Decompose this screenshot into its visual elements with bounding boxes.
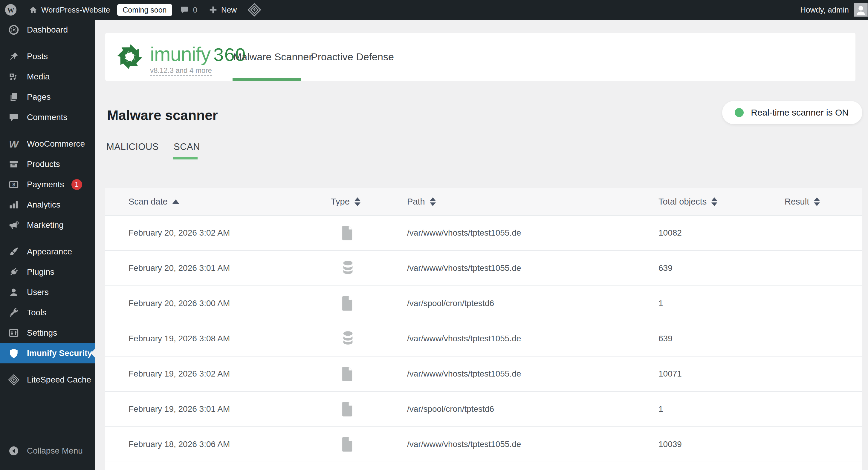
sidebar-item-label: Analytics [27,200,60,210]
sort-icon [711,197,717,206]
sidebar-item-label: Settings [27,328,57,338]
sidebar-item-label: Marketing [27,221,64,230]
account-menu[interactable]: Howdy, admin [800,0,868,20]
scan-date-cell: February 19, 2026 3:01 AM [105,404,331,414]
database-icon [340,259,356,277]
imunify-pinwheel-icon [116,43,144,70]
sidebar-item-payments[interactable]: $ Payments 1 [0,174,95,195]
brand-name: imunify [150,44,210,64]
sort-asc-icon [173,199,179,204]
sidebar-item-products[interactable]: Products [0,154,95,174]
paintbrush-icon [8,246,20,258]
tab-proactive-defense[interactable]: Proactive Defense [311,33,394,81]
sidebar-item-posts[interactable]: Posts [0,46,95,67]
table-header-row: Scan date Type Path Total objects Result [105,188,862,215]
tab-malware-scanner[interactable]: Malware Scanner [233,33,312,81]
active-tab-underline [232,78,301,81]
sidebar-item-settings[interactable]: Settings [0,323,95,343]
column-header-result[interactable]: Result [785,197,862,207]
pages-icon [8,91,20,103]
sidebar-item-marketing[interactable]: Marketing [0,215,95,235]
new-label: New [221,5,237,14]
coming-soon-badge: Coming soon [117,4,172,16]
version-link[interactable]: v8.12.3 and 4 more [150,66,212,76]
total-objects-cell: 639 [658,263,785,273]
table-row[interactable]: February 19, 2026 3:08 AM /var/www/vhost… [105,321,862,357]
sidebar-item-media[interactable]: Media [0,67,95,87]
file-icon [340,366,354,382]
scan-history-table: Scan date Type Path Total objects Result [105,188,862,470]
table-row[interactable]: February 20, 2026 3:02 AM /var/www/vhost… [105,215,862,251]
sidebar-item-label: Payments [27,180,64,189]
realtime-scanner-status-badge: Real-time scanner is ON [722,101,862,124]
status-dot-icon [735,108,744,117]
pushpin-icon [8,51,20,62]
litespeed-toolbar-button[interactable] [247,0,261,20]
sidebar-item-litespeed-cache[interactable]: LiteSpeed Cache [0,370,95,390]
svg-text:$: $ [12,182,15,187]
sidebar-item-plugins[interactable]: Plugins [0,262,95,282]
total-objects-cell: 1 [658,299,785,308]
payments-count-badge: 1 [71,179,82,190]
sort-icon [814,197,820,206]
file-icon [340,401,354,417]
sidebar-item-woocommerce[interactable]: W WooCommerce [0,134,95,154]
sidebar-item-tools[interactable]: Tools [0,302,95,323]
sidebar-item-label: Products [27,160,60,169]
subtab-scan[interactable]: SCAN [174,141,200,152]
collapse-menu-button[interactable]: Collapse Menu [0,441,95,461]
column-header-path[interactable]: Path [407,197,658,207]
sidebar-item-label: Media [27,72,50,81]
type-cell [331,366,407,382]
sidebar-item-users[interactable]: Users [0,282,95,302]
table-row[interactable]: February 20, 2026 3:00 AM /var/spool/cro… [105,286,862,321]
total-objects-cell: 10071 [658,369,785,379]
subtab-malicious[interactable]: MALICIOUS [106,141,159,152]
sidebar-item-pages[interactable]: Pages [0,87,95,107]
column-header-type[interactable]: Type [331,197,407,207]
sidebar-item-appearance[interactable]: Appearance [0,242,95,262]
table-row[interactable]: February 18, 2026 3:06 AM /var/www/vhost… [105,427,862,462]
table-row[interactable]: February 19, 2026 3:02 AM /var/www/vhost… [105,357,862,392]
sidebar-item-imunify-security[interactable]: Imunify Security [0,343,95,363]
svg-text:W: W [7,6,14,14]
column-header-total-objects[interactable]: Total objects [658,197,785,207]
sidebar-item-analytics[interactable]: Analytics [0,195,95,215]
litespeed-icon [247,3,261,17]
sort-icon [430,197,436,206]
woocommerce-icon: W [8,138,20,150]
comment-count: 0 [193,5,197,14]
scan-date-cell: February 20, 2026 3:00 AM [105,299,331,308]
scan-date-cell: February 18, 2026 3:06 AM [105,440,331,449]
sidebar-item-dashboard[interactable]: Dashboard [0,20,95,40]
site-link[interactable]: WordPress-Website [29,0,110,20]
page-title: Malware scanner [107,107,218,123]
sidebar-item-comments[interactable]: Comments [0,107,95,128]
user-icon [8,287,20,298]
wordpress-logo[interactable]: W [4,0,17,20]
table-body: February 20, 2026 3:02 AM /var/www/vhost… [105,215,862,462]
status-text: Real-time scanner is ON [751,107,848,118]
shield-icon [8,347,20,359]
partial-next-row [105,462,862,470]
file-icon [340,225,354,241]
total-objects-cell: 10039 [658,440,785,449]
sidebar-item-label: Plugins [27,267,54,277]
table-row[interactable]: February 19, 2026 3:01 AM /var/spool/cro… [105,392,862,427]
sidebar-item-label: Pages [27,92,51,102]
sidebar-item-label: WooCommerce [27,139,85,149]
total-objects-cell: 1 [658,404,785,414]
file-icon [340,295,354,312]
type-cell [331,259,407,277]
path-cell: /var/www/vhosts/tptest1055.de [407,369,658,379]
new-content-button[interactable]: New [209,0,237,20]
comments-link[interactable]: 0 [180,0,197,20]
admin-sidebar: Dashboard Posts Media Pages Comments W W… [0,20,95,470]
total-objects-cell: 639 [658,334,785,343]
file-icon [340,436,354,453]
sidebar-item-label: Dashboard [27,25,68,35]
path-cell: /var/www/vhosts/tptest1055.de [407,228,658,238]
column-header-scan-date[interactable]: Scan date [105,197,331,207]
scan-date-cell: February 20, 2026 3:02 AM [105,228,331,238]
table-row[interactable]: February 20, 2026 3:01 AM /var/www/vhost… [105,251,862,286]
